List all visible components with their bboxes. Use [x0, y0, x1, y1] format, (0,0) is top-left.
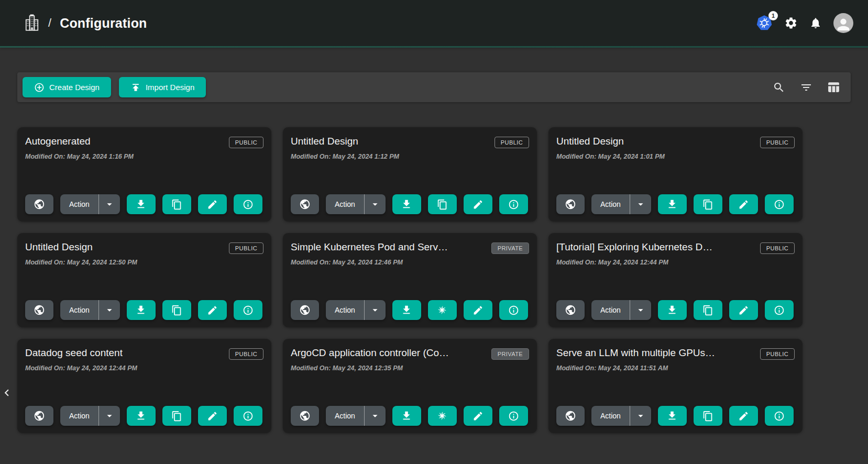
user-avatar[interactable]: [833, 13, 853, 33]
visibility-globe-button[interactable]: [291, 300, 319, 320]
edit-button[interactable]: [198, 406, 227, 426]
clone-button[interactable]: [162, 194, 191, 214]
visibility-globe-button[interactable]: [291, 194, 319, 214]
action-dropdown-toggle[interactable]: [630, 194, 651, 214]
download-button[interactable]: [127, 300, 156, 320]
download-button[interactable]: [127, 194, 156, 214]
visibility-globe-button[interactable]: [556, 406, 585, 426]
action-dropdown-toggle[interactable]: [630, 300, 651, 320]
table-view-icon: [827, 81, 840, 94]
info-button[interactable]: [234, 194, 262, 214]
edit-button[interactable]: [729, 406, 758, 426]
drawer-collapse-button[interactable]: [0, 384, 10, 402]
download-icon: [666, 304, 678, 316]
download-button[interactable]: [658, 194, 687, 214]
design-spiral-icon: [436, 410, 448, 422]
action-button[interactable]: Action: [326, 300, 365, 320]
edit-button[interactable]: [198, 194, 227, 214]
breadcrumb-separator: /: [48, 16, 51, 30]
visibility-globe-button[interactable]: [25, 194, 53, 214]
info-button[interactable]: [765, 406, 794, 426]
design-spiral-button[interactable]: [428, 406, 457, 426]
globe-icon: [565, 410, 576, 422]
table-view-button[interactable]: [825, 79, 842, 96]
download-button[interactable]: [392, 406, 421, 426]
action-button[interactable]: Action: [326, 194, 365, 214]
gear-icon: [784, 16, 798, 30]
edit-pencil-icon: [207, 305, 218, 316]
design-card: Datadog seed content PUBLIC Modified On:…: [17, 339, 271, 433]
design-card: Untitled Design PUBLIC Modified On: May …: [17, 233, 271, 327]
search-button[interactable]: [771, 79, 787, 96]
edit-button[interactable]: [729, 194, 758, 214]
visibility-badge: PUBLIC: [760, 348, 795, 360]
action-dropdown-toggle[interactable]: [99, 300, 120, 320]
action-button[interactable]: Action: [60, 300, 99, 320]
navbar: / Configuration 1: [0, 0, 868, 46]
notifications-button[interactable]: [809, 17, 822, 29]
import-design-button[interactable]: Import Design: [119, 77, 206, 97]
card-action-row: Action: [556, 406, 795, 426]
design-spiral-button[interactable]: [428, 300, 457, 320]
action-button[interactable]: Action: [326, 406, 365, 426]
action-button[interactable]: Action: [60, 194, 99, 214]
action-button[interactable]: Action: [60, 406, 99, 426]
caret-down-icon: [635, 410, 646, 422]
download-button[interactable]: [658, 406, 687, 426]
action-button[interactable]: Action: [591, 406, 630, 426]
card-action-row: Action: [291, 406, 529, 426]
add-circle-icon: [34, 82, 45, 93]
visibility-globe-button[interactable]: [25, 406, 53, 426]
clone-button[interactable]: [694, 300, 722, 320]
visibility-globe-button[interactable]: [556, 300, 585, 320]
edit-pencil-icon: [207, 411, 218, 422]
org-logo-button[interactable]: [24, 14, 40, 32]
design-title: Untitled Design: [291, 136, 358, 147]
action-dropdown-toggle[interactable]: [365, 406, 386, 426]
action-dropdown-toggle[interactable]: [99, 406, 120, 426]
visibility-globe-button[interactable]: [556, 194, 585, 214]
clone-button[interactable]: [162, 406, 191, 426]
download-button[interactable]: [392, 194, 421, 214]
edit-button[interactable]: [729, 300, 758, 320]
info-button[interactable]: [234, 406, 262, 426]
download-button[interactable]: [392, 300, 421, 320]
edit-button[interactable]: [464, 300, 492, 320]
clone-button[interactable]: [162, 300, 191, 320]
info-button[interactable]: [499, 194, 528, 214]
modified-on-text: Modified On: May 24, 2024 12:44 PM: [556, 259, 795, 266]
info-button[interactable]: [765, 194, 794, 214]
settings-button[interactable]: [784, 16, 798, 30]
design-title: Datadog seed content: [25, 347, 123, 359]
clone-button[interactable]: [694, 406, 722, 426]
action-dropdown-toggle[interactable]: [365, 194, 386, 214]
download-button[interactable]: [658, 300, 687, 320]
info-icon: [774, 411, 785, 422]
clone-button[interactable]: [428, 194, 457, 214]
download-button[interactable]: [127, 406, 156, 426]
edit-button[interactable]: [464, 194, 492, 214]
info-button[interactable]: [765, 300, 794, 320]
visibility-globe-button[interactable]: [291, 406, 319, 426]
edit-button[interactable]: [464, 406, 492, 426]
visibility-globe-button[interactable]: [25, 300, 53, 320]
action-dropdown-toggle[interactable]: [365, 300, 386, 320]
create-design-button[interactable]: Create Design: [23, 77, 111, 97]
design-card: Simple Kubernetes Pod and Serv… PRIVATE …: [283, 233, 537, 327]
action-dropdown-toggle[interactable]: [630, 406, 651, 426]
info-button[interactable]: [234, 300, 262, 320]
filter-button[interactable]: [798, 79, 815, 96]
action-button[interactable]: Action: [591, 300, 630, 320]
edit-button[interactable]: [198, 300, 227, 320]
info-button[interactable]: [499, 406, 528, 426]
clone-button[interactable]: [694, 194, 722, 214]
globe-icon: [299, 304, 311, 316]
edit-pencil-icon: [738, 411, 749, 422]
action-dropdown-toggle[interactable]: [99, 194, 120, 214]
design-title: Serve an LLM with multiple GPUs…: [556, 347, 715, 359]
info-button[interactable]: [499, 300, 528, 320]
action-button[interactable]: Action: [591, 194, 630, 214]
globe-icon: [299, 410, 311, 422]
kubernetes-context-button[interactable]: 1: [756, 15, 773, 31]
edit-pencil-icon: [473, 305, 484, 316]
